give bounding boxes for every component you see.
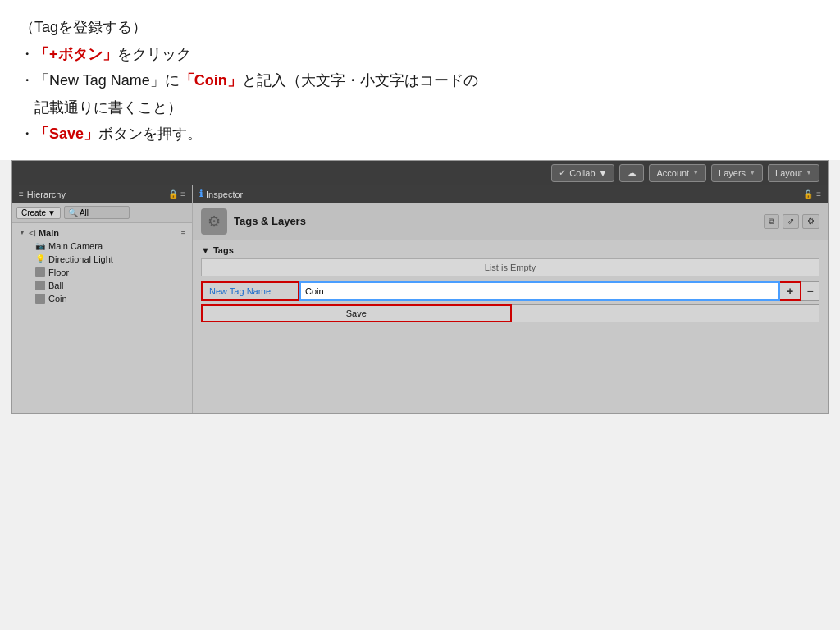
instruction-bullet-1: ・「+ボタン」をクリック [20, 42, 820, 67]
light-icon: 💡 [35, 254, 45, 263]
highlight-save: 「Save」 [34, 126, 98, 142]
hierarchy-item-name: Directional Light [48, 254, 113, 264]
hierarchy-icon: ≡ [19, 189, 24, 199]
save-label: Save [346, 308, 367, 318]
collab-label: Collab [569, 168, 595, 178]
tl-action-copy[interactable]: ⧉ [764, 214, 779, 229]
new-tag-input[interactable] [299, 281, 780, 301]
scene-name: Main [39, 228, 59, 238]
save-right-section [512, 304, 820, 322]
account-button[interactable]: Account ▼ [649, 164, 706, 182]
tags-collapse-arrow[interactable]: ▼ [201, 245, 210, 255]
inspector-title: Inspector [206, 189, 243, 199]
layers-arrow: ▼ [749, 169, 756, 176]
instruction-bullet-3: ・「Save」ボタンを押す。 [20, 121, 820, 147]
layout-button[interactable]: Layout ▼ [768, 164, 819, 182]
minus-icon: − [806, 285, 813, 298]
hierarchy-title: Hierarchy [27, 189, 66, 199]
instruction-bullet-2b: 記載通りに書くこと） [20, 95, 820, 121]
tags-layers-header: ⚙ Tags & Layers ⧉ ⇗ ⚙ [193, 203, 828, 240]
layout-arrow: ▼ [806, 169, 812, 176]
collab-button[interactable]: ✓ Collab ▼ [551, 164, 614, 182]
list-item[interactable]: 💡 Directional Light [12, 253, 192, 266]
info-icon: ℹ [199, 189, 203, 199]
hierarchy-content: ▼ ◁ Main = 📷 Main Camera 💡 Directional L… [12, 223, 192, 413]
inspector-header: ℹ Inspector 🔒 ≡ [193, 185, 828, 203]
list-item[interactable]: Floor [12, 266, 192, 279]
tags-section: ▼ Tags List is Empty New Tag Name + [193, 240, 828, 327]
hierarchy-header-actions: 🔒 ≡ [168, 189, 185, 199]
collab-checkmark: ✓ [559, 167, 566, 178]
instruction-title: （Tagを登録する） [20, 15, 820, 40]
tags-list-empty: List is Empty [201, 258, 819, 276]
save-row: Save [201, 304, 819, 322]
hierarchy-item-name: Main Camera [48, 241, 103, 251]
tags-section-header: ▼ Tags [201, 245, 819, 255]
scene-icon: ◁ [29, 228, 35, 237]
account-arrow: ▼ [692, 169, 699, 176]
new-tag-row: New Tag Name + − [201, 281, 819, 301]
save-button[interactable]: Save [201, 304, 512, 322]
account-label: Account [656, 168, 689, 178]
hierarchy-header: ≡ Hierarchy 🔒 ≡ [12, 185, 192, 203]
camera-icon: 📷 [35, 241, 45, 250]
layout-label: Layout [775, 168, 802, 178]
hierarchy-scene-item[interactable]: ▼ ◁ Main = [12, 226, 192, 240]
tags-layers-actions: ⧉ ⇗ ⚙ [764, 214, 819, 229]
layers-button[interactable]: Layers ▼ [711, 164, 763, 182]
hierarchy-search[interactable]: 🔍 All [64, 206, 130, 219]
new-tag-label: New Tag Name [201, 281, 299, 301]
highlight-coin: 「Coin」 [180, 72, 242, 89]
cloud-button[interactable]: ☁ [619, 164, 644, 182]
list-item[interactable]: 📷 Main Camera [12, 240, 192, 253]
inspector-header-actions: 🔒 ≡ [803, 189, 821, 199]
unity-editor: ✓ Collab ▼ ☁ Account ▼ Layers ▼ Layout ▼… [11, 160, 829, 414]
search-icon: 🔍 [68, 208, 78, 217]
top-toolbar: ✓ Collab ▼ ☁ Account ▼ Layers ▼ Layout ▼ [12, 161, 828, 185]
tl-action-link[interactable]: ⇗ [783, 214, 799, 229]
new-tag-placeholder-text: New Tag Name [209, 286, 271, 296]
object-icon [35, 281, 45, 290]
add-icon: + [787, 285, 793, 298]
tl-action-settings[interactable]: ⚙ [802, 214, 819, 229]
collab-arrow: ▼ [599, 168, 608, 178]
menu-icon[interactable]: ≡ [180, 189, 185, 199]
search-label: All [80, 208, 89, 217]
add-tag-button[interactable]: + [780, 281, 801, 301]
object-icon [35, 294, 45, 304]
instruction-bullet-2: ・「New Tag Name」に「Coin」と記入（大文字・小文字はコードの [20, 68, 820, 94]
remove-tag-button[interactable]: − [801, 281, 819, 301]
inspector-panel: ℹ Inspector 🔒 ≡ ⚙ Tags & Layers ⧉ ⇗ ⚙ [193, 185, 828, 413]
tags-layers-title: Tags & Layers [234, 215, 306, 227]
lock-icon[interactable]: 🔒 [168, 189, 178, 199]
tags-label: Tags [213, 245, 234, 255]
expand-arrow: ▼ [19, 229, 25, 236]
list-item[interactable]: Ball [12, 279, 192, 292]
hierarchy-item-name: Coin [48, 294, 67, 304]
create-arrow: ▼ [48, 208, 56, 217]
cloud-icon: ☁ [627, 167, 637, 179]
object-icon [35, 267, 45, 277]
layers-label: Layers [719, 168, 746, 178]
list-item[interactable]: Coin [12, 292, 192, 305]
hierarchy-item-name: Ball [48, 281, 63, 290]
inspector-menu-icon[interactable]: ≡ [816, 189, 821, 199]
create-label: Create [21, 208, 46, 217]
highlight-plus-button: 「+ボタン」 [34, 46, 117, 62]
create-button[interactable]: Create ▼ [16, 207, 61, 219]
hierarchy-toolbar: Create ▼ 🔍 All [12, 203, 192, 223]
hierarchy-item-name: Floor [48, 267, 69, 277]
scene-menu-icon: = [181, 229, 185, 237]
lock-icon[interactable]: 🔒 [803, 189, 813, 199]
hierarchy-panel: ≡ Hierarchy 🔒 ≡ Create ▼ 🔍 All [12, 185, 193, 413]
editor-body: ≡ Hierarchy 🔒 ≡ Create ▼ 🔍 All [12, 185, 828, 413]
gear-icon: ⚙ [201, 208, 227, 235]
list-empty-label: List is Empty [485, 262, 536, 272]
instruction-area: （Tagを登録する） ・「+ボタン」をクリック ・「New Tag Name」に… [0, 0, 840, 160]
